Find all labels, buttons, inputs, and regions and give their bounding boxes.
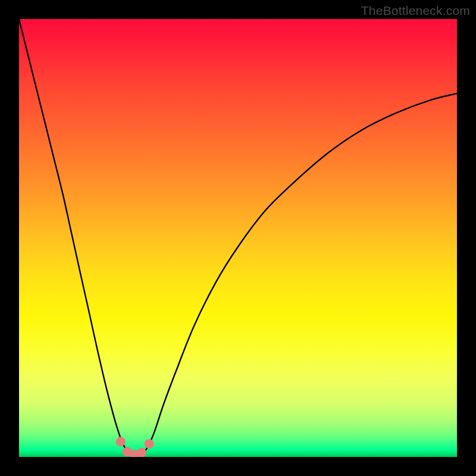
bottleneck-curve xyxy=(19,19,457,456)
plot-area xyxy=(19,19,457,457)
highlight-dots xyxy=(116,437,154,457)
highlight-dot xyxy=(137,448,146,457)
highlight-dot xyxy=(116,437,126,446)
curve-layer xyxy=(19,19,457,457)
watermark-text: TheBottleneck.com xyxy=(361,4,470,18)
highlight-dot xyxy=(145,439,154,449)
chart-frame: TheBottleneck.com xyxy=(0,0,476,476)
